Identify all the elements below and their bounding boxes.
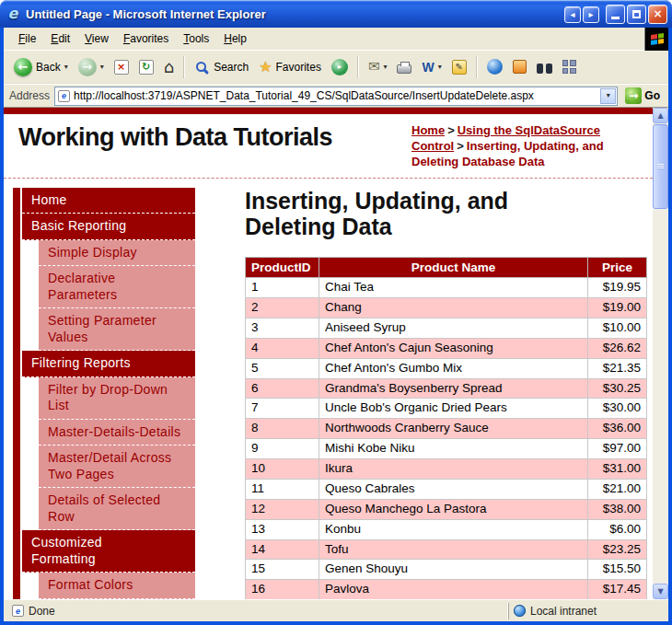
binoculars-icon [537, 64, 552, 74]
scrollbar-track[interactable] [653, 123, 668, 584]
window-nav-right-button[interactable]: ▸ [583, 6, 599, 23]
vertical-scrollbar[interactable]: ▲ ▼ [653, 108, 668, 599]
address-input-box[interactable]: e ▾ [54, 87, 618, 106]
minimize-icon [611, 17, 620, 19]
cell-price: $19.95 [588, 278, 647, 298]
titlebar[interactable]: e Untitled Page - Microsoft Internet Exp… [0, 0, 672, 28]
window-nav-left-button[interactable]: ◂ [564, 6, 581, 23]
media-button[interactable]: ▸ [327, 56, 353, 78]
go-button[interactable]: → Go [622, 87, 663, 105]
go-label: Go [644, 89, 660, 102]
sidebar-item[interactable]: Basic Reporting [22, 214, 195, 240]
address-dropdown-button[interactable]: ▾ [600, 88, 616, 104]
page-header: Working with Data Tutorials Home>Using t… [4, 114, 653, 174]
sidebar-item[interactable]: Home [22, 188, 195, 214]
forward-button[interactable]: → ▾ [74, 55, 109, 79]
breadcrumb-home-link[interactable]: Home [411, 123, 445, 137]
cell-price: $30.00 [588, 399, 647, 419]
cell-price: $26.62 [588, 338, 647, 358]
table-row: 15 Genen Shouyu $15.50 [246, 560, 647, 580]
mail-icon: ✉ [368, 60, 380, 74]
refresh-button[interactable]: ↻ [134, 57, 158, 77]
breadcrumb-separator: > [457, 139, 464, 153]
window-title: Untitled Page - Microsoft Internet Explo… [26, 7, 560, 21]
messenger-button[interactable] [482, 56, 507, 77]
cell-product-id: 16 [246, 580, 319, 599]
sidebar-item[interactable]: Filter by Drop-Down List [39, 377, 195, 420]
cell-product-id: 7 [246, 399, 319, 419]
edit-with-word-button[interactable]: W ▾ [417, 57, 446, 77]
back-label: Back [36, 61, 61, 74]
edit-button[interactable]: ✎ [447, 57, 471, 77]
menu-item[interactable]: Tools [176, 29, 216, 49]
scrollbar-thumb[interactable] [653, 124, 668, 209]
back-dropdown-icon[interactable]: ▾ [64, 64, 68, 71]
cell-product-name: Queso Manchego La Pastora [319, 499, 588, 519]
address-input[interactable] [74, 89, 597, 102]
sidebar-item[interactable]: Master-Details-Details [39, 420, 195, 446]
word-icon: W [422, 60, 434, 75]
word-dropdown-icon[interactable]: ▾ [438, 64, 442, 71]
back-button[interactable]: ← Back ▾ [9, 55, 73, 79]
address-label: Address [9, 89, 50, 102]
cell-product-id: 12 [246, 499, 319, 519]
breadcrumb: Home>Using the SqlDataSource Control>Ins… [411, 123, 643, 170]
mail-button[interactable]: ✉ ▾ [364, 57, 392, 76]
cell-price: $17.45 [588, 580, 647, 599]
sidebar-item[interactable]: Simple Display [39, 240, 195, 267]
status-panel-main: e Done [7, 603, 506, 619]
cell-price: $19.00 [588, 298, 647, 318]
forward-dropdown-icon[interactable]: ▾ [100, 64, 104, 71]
status-text: Done [29, 605, 55, 618]
statusbar: e Done Local intranet [4, 599, 668, 621]
scroll-up-button[interactable]: ▲ [653, 108, 668, 123]
menu-item[interactable]: View [77, 29, 116, 49]
go-icon: → [625, 87, 642, 104]
home-button[interactable]: ⌂ [159, 56, 179, 78]
menu-item[interactable]: Edit [43, 29, 77, 49]
stop-button[interactable]: × [110, 57, 133, 77]
menu-item[interactable]: Help [216, 29, 254, 49]
menu-item[interactable]: Favorites [116, 29, 176, 49]
sidebar-item[interactable]: Details of Selected Row [39, 488, 195, 530]
web-page: Working with Data Tutorials Home>Using t… [4, 108, 653, 599]
sidebar-item[interactable]: Setting Parameter Values [39, 308, 195, 351]
maximize-button[interactable] [627, 5, 646, 24]
column-header-price: Price [588, 258, 647, 278]
cell-price: $36.00 [588, 419, 647, 439]
cell-product-name: Chai Tea [319, 278, 588, 298]
research-button[interactable] [508, 57, 531, 76]
stop-icon: × [114, 60, 129, 75]
mail-dropdown-icon[interactable]: ▾ [383, 64, 387, 71]
sidebar-item[interactable]: Customized Formatting [22, 530, 195, 573]
favorites-label: Favorites [276, 61, 321, 74]
windows-flag-icon [651, 33, 664, 45]
scroll-down-button[interactable]: ▼ [653, 584, 668, 599]
minimize-button[interactable] [606, 5, 625, 24]
table-row: 16 Pavlova $17.45 [246, 580, 647, 599]
close-button[interactable]: × [648, 5, 667, 24]
table-row: 2 Chang $19.00 [246, 298, 647, 318]
print-button[interactable] [392, 57, 416, 76]
cell-product-id: 4 [246, 338, 319, 358]
windows-logo-icon [644, 28, 668, 51]
toolbar-separator [183, 56, 185, 78]
sidebar-item[interactable]: Declarative Parameters [39, 266, 195, 308]
left-arrow-icon: ◂ [570, 10, 574, 19]
table-header-row: ProductID Product Name Price [246, 258, 647, 278]
cell-product-name: Ikura [319, 459, 588, 480]
cell-product-name: Genen Shouyu [319, 560, 588, 580]
favorites-button[interactable]: ★ Favorites [254, 57, 326, 77]
maximize-icon [632, 10, 641, 18]
table-row: 10 Ikura $31.00 [246, 459, 647, 480]
find-button[interactable] [532, 58, 557, 76]
sidebar-item[interactable]: Format Colors [39, 573, 195, 599]
search-label: Search [214, 61, 249, 74]
stop-x-glyph: × [117, 62, 125, 72]
tiles-button[interactable] [558, 57, 581, 76]
sidebar-item[interactable]: Filtering Reports [22, 351, 195, 377]
sidebar-item[interactable]: Master/Detail Across Two Pages [39, 446, 195, 488]
menu-item[interactable]: File [11, 29, 43, 49]
right-arrow-icon: ▸ [588, 10, 593, 19]
search-button[interactable]: Search [190, 57, 253, 76]
